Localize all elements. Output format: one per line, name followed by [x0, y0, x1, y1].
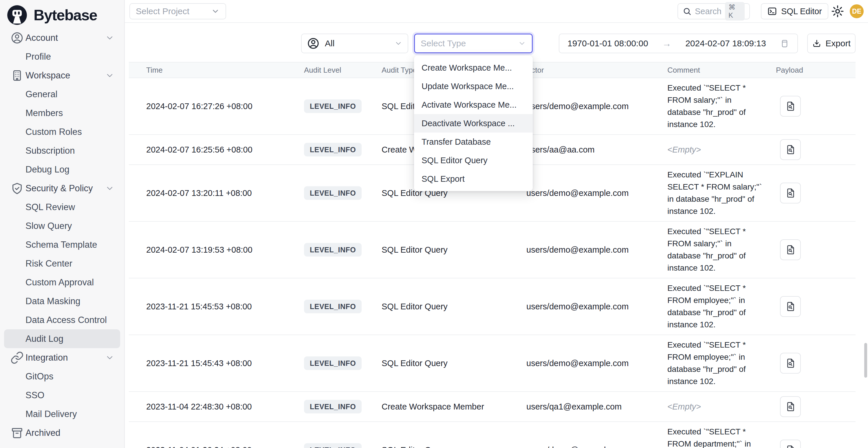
cell-comment-empty: <Empty>: [668, 145, 701, 155]
export-button[interactable]: Export: [807, 34, 856, 53]
search-input[interactable]: Search ⌘ K: [678, 3, 750, 20]
chevron-down-icon: [518, 39, 526, 47]
arrow-right-icon: →: [662, 38, 672, 49]
audit-level-badge: LEVEL_INFO: [304, 400, 362, 414]
gear-icon: [831, 5, 844, 18]
type-menu-item-activate-workspace-me[interactable]: Activate Workspace Me...: [414, 96, 533, 114]
sidebar-item-general[interactable]: General: [4, 85, 120, 104]
chevron-down-icon: [105, 33, 114, 42]
payload-view-button[interactable]: [780, 239, 801, 260]
cell-audit-type: SQL Editor Query: [381, 359, 447, 368]
sidebar-item-sso[interactable]: SSO: [4, 386, 120, 405]
cell-time: 2024-02-07 13:20:11 +08:00: [146, 188, 252, 198]
cell-actor: users/demo@example.com: [526, 359, 628, 368]
brand-logo[interactable]: Bytebase: [0, 0, 124, 26]
sidebar-item-debug-log[interactable]: Debug Log: [4, 160, 120, 179]
sidebar-item-integration[interactable]: Integration: [4, 348, 120, 367]
actor-filter-select[interactable]: All: [301, 34, 408, 53]
settings-button[interactable]: [830, 4, 845, 19]
sidebar-item-data-access-control[interactable]: Data Access Control: [4, 311, 120, 329]
sidebar-item-slow-query[interactable]: Slow Query: [4, 217, 120, 235]
sidebar-item-archived[interactable]: Archived: [4, 423, 120, 442]
sidebar-item-schema-template[interactable]: Schema Template: [4, 235, 120, 254]
cell-actor: users/qa1@example.com: [526, 402, 622, 412]
type-menu-item-deactivate-workspace[interactable]: Deactivate Workspace ...: [414, 114, 533, 133]
cell-time: 2024-02-07 16:27:26 +08:00: [146, 102, 252, 111]
sidebar-item-gitops[interactable]: GitOps: [4, 367, 120, 386]
user-circle-icon: [10, 31, 24, 44]
sidebar-item-workspace[interactable]: Workspace: [4, 66, 120, 85]
sidebar-item-mail-delivery[interactable]: Mail Delivery: [4, 405, 120, 423]
file-search-icon: [785, 144, 796, 155]
cell-actor: users/aa@aa.com: [526, 145, 595, 155]
user-avatar[interactable]: DE: [850, 4, 864, 18]
audit-level-badge: LEVEL_INFO: [304, 100, 362, 113]
sidebar-item-security-policy[interactable]: Security & Policy: [4, 179, 120, 198]
file-search-icon: [785, 301, 796, 312]
type-filter-select[interactable]: Select Type: [414, 34, 533, 53]
date-range-start[interactable]: 1970-01-01 08:00:00: [567, 38, 648, 48]
sidebar-item-account[interactable]: Account: [4, 28, 120, 47]
sidebar-item-profile[interactable]: Profile: [4, 47, 120, 66]
payload-view-button[interactable]: [780, 396, 801, 417]
sidebar-nav: AccountProfileWorkspaceGeneralMembersCus…: [0, 26, 124, 442]
sidebar-item-label: Workspace: [26, 70, 70, 81]
payload-view-button[interactable]: [780, 96, 801, 117]
sidebar-item-label: SQL Review: [26, 202, 75, 213]
sidebar-item-risk-center[interactable]: Risk Center: [4, 254, 120, 273]
date-range-end[interactable]: 2024-02-07 18:09:13: [685, 38, 766, 48]
cell-audit-type: SQL Editor Query: [381, 445, 447, 448]
cell-actor: users/demo@example.com: [526, 302, 628, 311]
sidebar-item-audit-log[interactable]: Audit Log: [4, 329, 120, 348]
table-row: 2024-02-07 13:19:53 +08:00LEVEL_INFOSQL …: [129, 222, 856, 279]
brand-name: Bytebase: [34, 6, 97, 24]
payload-view-button[interactable]: [780, 183, 801, 203]
cell-comment: Executed `"EXPLAIN SELECT * FROM salary;…: [668, 169, 763, 217]
type-menu-item-create-workspace-me[interactable]: Create Workspace Me...: [414, 59, 533, 77]
table-row: 2023-11-04 22:48:30 +08:00LEVEL_INFOCrea…: [129, 392, 856, 422]
audit-level-badge: LEVEL_INFO: [304, 443, 362, 448]
sql-editor-label: SQL Editor: [781, 7, 822, 16]
cell-actor: users/demo@example.com: [526, 102, 628, 111]
cell-comment: Executed `"SELECT * FROM salary;"` in da…: [668, 225, 763, 274]
cell-comment: Executed `"SELECT * FROM employee;"` in …: [668, 339, 763, 387]
link-icon: [10, 351, 24, 364]
cell-time: 2023-11-21 15:45:43 +08:00: [146, 359, 252, 368]
sidebar-item-custom-roles[interactable]: Custom Roles: [4, 122, 120, 141]
sql-editor-button[interactable]: SQL Editor: [761, 3, 828, 20]
type-menu-item-update-workspace-me[interactable]: Update Workspace Me...: [414, 77, 533, 96]
sidebar-item-label: Profile: [26, 52, 51, 62]
sidebar-item-label: Security & Policy: [26, 183, 93, 194]
payload-view-button[interactable]: [780, 353, 801, 374]
sidebar-item-label: Risk Center: [26, 258, 72, 269]
type-menu-item-sql-editor-query[interactable]: SQL Editor Query: [414, 151, 533, 169]
file-search-icon: [785, 401, 796, 412]
cell-actor: users/demo@example.com: [526, 245, 628, 255]
sidebar-item-data-masking[interactable]: Data Masking: [4, 292, 120, 311]
payload-view-button[interactable]: [780, 139, 801, 160]
date-range-input[interactable]: 1970-01-01 08:00:00 → 2024-02-07 18:09:1…: [559, 34, 798, 53]
type-menu-item-sql-export[interactable]: SQL Export: [414, 169, 533, 188]
payload-view-button[interactable]: [780, 296, 801, 317]
chevron-down-icon: [211, 7, 220, 15]
sidebar-item-label: Custom Approval: [26, 277, 94, 288]
type-filter-dropdown: Create Workspace Me...Update Workspace M…: [414, 56, 533, 191]
cell-time: 2024-02-07 13:19:53 +08:00: [146, 245, 252, 255]
scrollbar-thumb[interactable]: [864, 343, 867, 378]
sidebar-item-label: Integration: [26, 352, 68, 363]
file-search-icon: [785, 188, 796, 198]
column-header-comment: Comment: [668, 66, 700, 75]
chevron-down-icon: [394, 39, 402, 47]
type-menu-item-transfer-database[interactable]: Transfer Database: [414, 133, 533, 151]
building-icon: [10, 69, 24, 82]
sidebar-item-members[interactable]: Members: [4, 104, 120, 122]
sidebar-item-custom-approval[interactable]: Custom Approval: [4, 273, 120, 292]
sidebar-item-subscription[interactable]: Subscription: [4, 141, 120, 160]
payload-view-button[interactable]: [780, 440, 801, 448]
sidebar-item-sql-review[interactable]: SQL Review: [4, 198, 120, 217]
calendar-icon[interactable]: [780, 39, 789, 48]
column-header-time: Time: [146, 66, 163, 75]
sidebar-item-label: Slow Query: [26, 221, 72, 231]
person-circle-icon: [307, 37, 320, 50]
project-select[interactable]: Select Project: [129, 3, 226, 20]
